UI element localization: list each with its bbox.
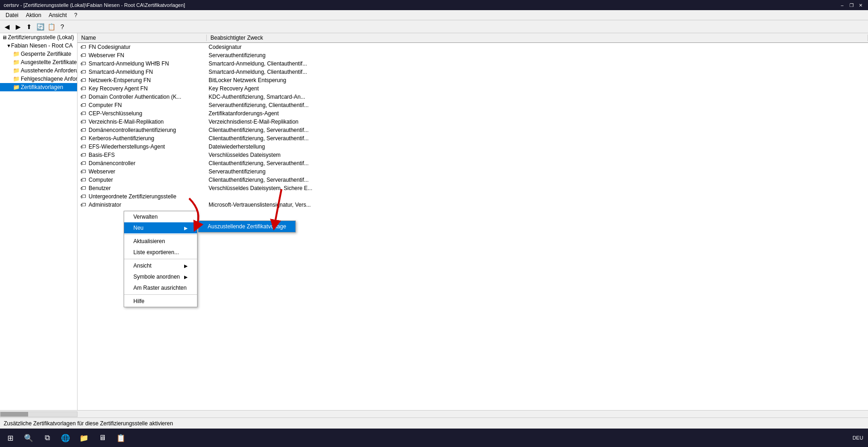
table-row[interactable]: 🏷 Administrator Microsoft-Vertrauenslist… (78, 201, 868, 209)
table-row[interactable]: 🏷 Webserver Serverauthentifizierung (78, 167, 868, 176)
cert-icon-0: 🏷 (79, 43, 87, 51)
up-button[interactable]: ⬆ (24, 22, 34, 32)
menu-ansicht[interactable]: Ansicht (45, 11, 70, 19)
row-name-2: 🏷 Smartcard-Anmeldung WHfB FN (78, 60, 207, 67)
tree-root-icon[interactable]: 🖥 Zertifizierungsstelle (Lokal) (0, 33, 77, 42)
ctx-symbole-arrow: ▶ (184, 274, 188, 280)
row-purpose-5: Key Recovery Agent (207, 85, 868, 92)
window-controls[interactable]: – ❐ ✕ (838, 1, 864, 9)
folder-icon-2: 📁 (13, 59, 20, 66)
row-purpose-2: Smartcard-Anmeldung, Clientauthentif... (207, 60, 868, 67)
submenu-auszustellende[interactable]: Auszustellende Zertifikatvorlage (198, 221, 295, 232)
ctx-separator-1 (124, 234, 197, 235)
row-name-0: 🏷 FN Codesignatur (78, 43, 207, 51)
start-button[interactable]: ⊞ (2, 429, 18, 446)
ie-button[interactable]: 🌐 (57, 429, 74, 446)
language-indicator: DEU (850, 429, 866, 446)
folder-icon-1: 📁 (13, 51, 20, 57)
folder-button[interactable]: 📁 (76, 429, 92, 446)
certsrv-button[interactable]: 🖥 (94, 429, 111, 446)
cert-icon-14: 🏷 (79, 160, 87, 167)
cert-icon-9: 🏷 (79, 118, 87, 125)
table-row[interactable]: 🏷 Kerberos-Authentifizierung Clientauthe… (78, 134, 868, 143)
column-headers: Name Beabsichtigter Zweck (78, 33, 868, 43)
back-button[interactable]: ◀ (2, 22, 12, 32)
table-row[interactable]: 🏷 Domänencontroller Clientauthentifizier… (78, 159, 868, 167)
tree-gesperrte[interactable]: 📁 Gesperrte Zertifikate (0, 50, 77, 58)
table-row[interactable]: 🏷 Key Recovery Agent FN Key Recovery Age… (78, 84, 868, 93)
menu-help[interactable]: ? (71, 11, 81, 19)
row-purpose-3: Smartcard-Anmeldung, Clientauthentif... (207, 69, 868, 75)
row-purpose-12: Dateiwiederherstellung (207, 143, 868, 150)
tree-ausstehende[interactable]: 📁 Ausstehende Anforderung (0, 66, 77, 75)
console-taskbar-button[interactable]: 📋 (113, 429, 129, 446)
row-name-10: 🏷 Domänencontrollerauthentifizierung (78, 126, 207, 134)
row-name-3: 🏷 Smartcard-Anmeldung FN (78, 68, 207, 76)
ctx-hilfe[interactable]: Hilfe (124, 296, 197, 307)
row-purpose-4: BitLocker Netzwerk Entsperung (207, 77, 868, 83)
restore-button[interactable]: ❐ (848, 1, 855, 9)
ctx-verwalten[interactable]: Verwalten (124, 211, 197, 222)
row-purpose-13: Verschlüsseldes Dateisystem (207, 152, 868, 158)
tree-fehlgeschlagene[interactable]: 📁 Fehlgeschlagene Anforder (0, 75, 77, 83)
ctx-liste[interactable]: Liste exportieren... (124, 247, 197, 258)
table-row[interactable]: 🏷 Untergeordnete Zertifizierungsstelle (78, 192, 868, 201)
table-row[interactable]: 🏷 FN Codesignatur Codesignatur (78, 43, 868, 51)
scrollbar-track[interactable] (0, 411, 78, 417)
minimize-button[interactable]: – (838, 1, 846, 9)
table-row[interactable]: 🏷 Basis-EFS Verschlüsseldes Dateisystem (78, 151, 868, 159)
help-button[interactable]: ? (57, 22, 67, 32)
ctx-separator-3 (124, 294, 197, 295)
table-row[interactable]: 🏷 Computer FN Serverauthentifizierung, C… (78, 101, 868, 109)
menu-datei[interactable]: Datei (2, 11, 22, 19)
row-name-17: 🏷 Benutzer (78, 185, 207, 192)
table-row[interactable]: 🏷 Verzeichnis-E-Mail-Replikation Verzeic… (78, 118, 868, 126)
row-purpose-1: Serverauthentifizierung (207, 52, 868, 59)
root-icon: 🖥 (2, 35, 7, 40)
cert-icon-5: 🏷 (79, 85, 87, 92)
cert-icon-11: 🏷 (79, 135, 87, 142)
scrollbar-thumb[interactable] (0, 412, 28, 417)
row-purpose-9: Verzeichnisdienst-E-Mail-Replikation (207, 119, 868, 125)
scrollbar-area (0, 410, 868, 417)
cert-icon-15: 🏷 (79, 168, 87, 175)
cert-icon-1: 🏷 (79, 52, 87, 59)
tree-zertifikatvorlagen[interactable]: 📁 Zertifikatvorlagen (0, 83, 77, 91)
close-button[interactable]: ✕ (857, 1, 864, 9)
menu-aktion[interactable]: Aktion (22, 11, 45, 19)
folder-icon-4: 📁 (13, 76, 20, 82)
table-row[interactable]: 🏷 CEP-Verschlüsselung Zertifikatanforder… (78, 109, 868, 118)
status-bar: Zusätzliche Zertifikatvorlagen für diese… (0, 417, 868, 429)
ctx-raster[interactable]: Am Raster ausrichten (124, 282, 197, 293)
search-button[interactable]: 🔍 (20, 429, 37, 446)
row-name-18: 🏷 Untergeordnete Zertifizierungsstelle (78, 193, 207, 200)
table-row[interactable]: 🏷 EFS-Wiederherstellungs-Agent Dateiwied… (78, 143, 868, 151)
ctx-aktualisieren[interactable]: Aktualisieren (124, 236, 197, 247)
table-row[interactable]: 🏷 Webserver FN Serverauthentifizierung (78, 51, 868, 60)
table-row[interactable]: 🏷 Smartcard-Anmeldung WHfB FN Smartcard-… (78, 60, 868, 68)
table-row[interactable]: 🏷 Domänencontrollerauthentifizierung Cli… (78, 126, 868, 134)
table-row[interactable]: 🏷 Benutzer Verschlüsseldes Dateisystem, … (78, 184, 868, 192)
table-row[interactable]: 🏷 Computer Clientauthentifizierung, Serv… (78, 176, 868, 184)
taskview-button[interactable]: ⧉ (39, 429, 55, 446)
cert-icon-3: 🏷 (79, 68, 87, 76)
col-header-name: Name (78, 35, 207, 41)
ctx-ansicht[interactable]: Ansicht ▶ (124, 260, 197, 271)
tree-ausgestellte[interactable]: 📁 Ausgestellte Zertifikate (0, 58, 77, 66)
row-name-19: 🏷 Administrator (78, 201, 207, 209)
console-button[interactable]: 📋 (46, 22, 56, 32)
row-purpose-14: Clientauthentifizierung, Serverauthentif… (207, 160, 868, 167)
cert-icon-12: 🏷 (79, 143, 87, 150)
table-row[interactable]: 🏷 Domain Controller Authentication (K...… (78, 93, 868, 101)
ctx-symbole[interactable]: Symbole anordnen ▶ (124, 271, 197, 282)
table-row[interactable]: 🏷 Smartcard-Anmeldung FN Smartcard-Anmel… (78, 68, 868, 76)
cert-icon-17: 🏷 (79, 185, 87, 192)
tree-ca[interactable]: ▾ Fabian Niesen - Root CA (0, 42, 77, 50)
row-name-1: 🏷 Webserver FN (78, 52, 207, 59)
refresh-button[interactable]: 🔄 (35, 22, 45, 32)
row-name-4: 🏷 Netzwerk-Entsperung FN (78, 77, 207, 84)
table-row[interactable]: 🏷 Netzwerk-Entsperung FN BitLocker Netzw… (78, 76, 868, 84)
ctx-neu[interactable]: Neu ▶ (124, 222, 197, 233)
forward-button[interactable]: ▶ (13, 22, 23, 32)
row-name-8: 🏷 CEP-Verschlüsselung (78, 110, 207, 117)
